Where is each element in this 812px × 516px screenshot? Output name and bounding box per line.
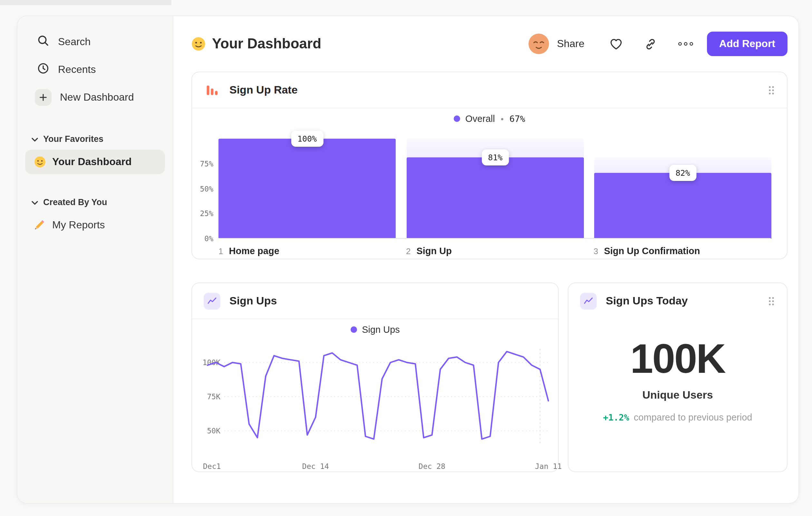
drag-handle-icon[interactable] — [767, 296, 775, 306]
top-edge-strip — [0, 0, 171, 5]
funnel-step-name: Sign Up Confirmation — [604, 246, 700, 256]
sidebar-item-my-reports[interactable]: My Reports — [25, 213, 165, 237]
funnel-bar-value-badge: 82% — [669, 165, 696, 181]
funnel-bar[interactable]: 100% — [219, 129, 396, 239]
legend-dot — [350, 326, 357, 333]
funnel-bar-solid — [219, 139, 396, 239]
dashboard-window: Search Recents New Dashboard — [17, 16, 799, 504]
sidebar-item-new-dashboard[interactable]: New Dashboard — [25, 83, 165, 111]
y-axis-tick-label: 50K — [207, 427, 221, 435]
sidebar-item-label: Search — [58, 36, 91, 47]
funnel-y-tick-label: 75% — [192, 159, 213, 168]
copy-link-button[interactable] — [642, 35, 659, 52]
sidebar-item-label: Your Dashboard — [52, 156, 132, 168]
funnel-bar[interactable]: 81% — [407, 129, 584, 239]
page-title-group: Your Dashboard — [192, 35, 321, 52]
user-avatar[interactable] — [528, 33, 549, 54]
add-report-button[interactable]: Add Report — [707, 32, 787, 56]
pencil-emoji-icon — [34, 219, 46, 231]
funnel-step-label: 2Sign Up — [406, 246, 583, 256]
legend-separator: • — [501, 114, 504, 124]
funnel-bar-solid — [594, 173, 772, 239]
sign-ups-series-line — [207, 352, 548, 439]
funnel-step-index: 2 — [406, 246, 410, 256]
funnel-step-name: Sign Up — [416, 246, 452, 256]
y-axis-tick-label: 75K — [207, 392, 221, 401]
dashboard-header: Your Dashboard Share — [192, 16, 787, 72]
sidebar: Search Recents New Dashboard — [18, 16, 173, 503]
card-title: Sign Ups Today — [606, 295, 688, 308]
x-axis-tick-label: Dec 28 — [418, 462, 445, 470]
sidebar-item-label: My Reports — [52, 219, 105, 231]
funnel-y-tick-label: 0% — [192, 234, 213, 243]
line-chart-icon — [204, 293, 221, 309]
clock-icon — [37, 62, 50, 77]
line-legend: Sign Ups — [192, 319, 558, 340]
sidebar-item-search[interactable]: Search — [25, 28, 165, 55]
sidebar-item-recents[interactable]: Recents — [25, 55, 165, 83]
funnel-bar-solid — [407, 157, 584, 239]
card-header: Sign Ups Today — [569, 283, 787, 319]
legend-overall-value: 67% — [510, 113, 525, 124]
favorite-heart-button[interactable] — [608, 35, 625, 52]
funnel-y-tick-label: 25% — [192, 209, 213, 218]
funnel-step-index: 1 — [219, 246, 223, 256]
sidebar-section-label: Created By You — [43, 197, 107, 207]
smiley-emoji-icon — [34, 156, 46, 168]
main-content: Your Dashboard Share — [173, 16, 799, 503]
header-actions: Share — [528, 32, 787, 56]
stat-value: 100K — [630, 335, 725, 382]
smiley-emoji-icon — [192, 37, 206, 51]
sidebar-item-label: Recents — [58, 63, 96, 75]
legend-dot — [454, 115, 460, 122]
stat-metric-label: Unique Users — [642, 389, 713, 402]
chevron-down-icon — [32, 197, 38, 207]
y-axis-tick-label: 100K — [203, 358, 221, 367]
line-chart-icon — [580, 293, 597, 309]
sign-ups-today-card: Sign Ups Today 100K Unique Users — [568, 282, 787, 472]
funnel-step-name: Home page — [229, 246, 279, 256]
funnel-step-label: 3Sign Up Confirmation — [593, 246, 771, 256]
funnel-bar[interactable]: 82% — [594, 129, 772, 239]
sidebar-item-your-dashboard[interactable]: Your Dashboard — [25, 150, 165, 174]
bar-chart-icon — [204, 82, 221, 98]
x-axis-tick-label: Dec1 — [203, 462, 221, 470]
page-title: Your Dashboard — [212, 35, 321, 52]
share-button[interactable]: Share — [557, 38, 584, 50]
sidebar-section-label: Your Favorites — [43, 134, 104, 143]
funnel-bar-value-badge: 81% — [482, 149, 509, 165]
stat-delta-value: +1.2% — [603, 412, 629, 423]
card-title: Sign Up Rate — [229, 84, 298, 97]
x-axis-tick-label: Dec 14 — [302, 462, 329, 470]
search-icon — [37, 34, 50, 49]
stat-delta-note: compared to previous period — [634, 412, 752, 423]
funnel-plot: 75%50%25%0%100%81%82% — [219, 129, 771, 239]
funnel-step-index: 3 — [593, 246, 598, 256]
sign-up-rate-card: Sign Up Rate Overall • 67% — [192, 72, 787, 259]
drag-handle-icon[interactable] — [767, 85, 775, 95]
more-options-button[interactable] — [677, 35, 694, 52]
sidebar-item-label: New Dashboard — [60, 91, 134, 103]
funnel-chart[interactable]: 75%50%25%0%100%81%82% 1Home page2Sign Up… — [192, 129, 787, 256]
stat-delta-row: +1.2% compared to previous period — [603, 412, 752, 423]
card-title: Sign Ups — [229, 294, 277, 307]
sidebar-section-your-favorites[interactable]: Your Favorites — [25, 129, 165, 148]
signups-line-chart: 100K75K50KDec1Dec 14Dec 28Jan 11 — [202, 340, 549, 473]
funnel-legend: Overall • 67% — [192, 108, 787, 129]
line-chart[interactable]: 100K75K50KDec1Dec 14Dec 28Jan 11 — [192, 340, 558, 473]
card-header: Sign Ups — [192, 283, 558, 319]
cards-row: Sign Ups Sign Ups 100K75K50KDec1Dec 14De… — [192, 282, 787, 472]
funnel-step-label: 1Home page — [219, 246, 396, 256]
sign-ups-card: Sign Ups Sign Ups 100K75K50KDec1Dec 14De… — [192, 282, 559, 472]
stat-body: 100K Unique Users +1.2% compared to prev… — [569, 319, 787, 423]
funnel-steps: 1Home page2Sign Up3Sign Up Confirmation — [219, 246, 771, 256]
x-axis-tick-label: Jan 11 — [535, 462, 562, 470]
legend-series-name: Sign Ups — [362, 324, 400, 335]
legend-series-name: Overall — [465, 113, 495, 124]
funnel-y-tick-label: 50% — [192, 184, 213, 193]
card-header: Sign Up Rate — [192, 72, 787, 108]
sidebar-section-created-by-you[interactable]: Created By You — [25, 192, 165, 212]
plus-icon — [35, 89, 52, 105]
page: Search Recents New Dashboard — [0, 0, 812, 516]
chevron-down-icon — [32, 134, 38, 143]
